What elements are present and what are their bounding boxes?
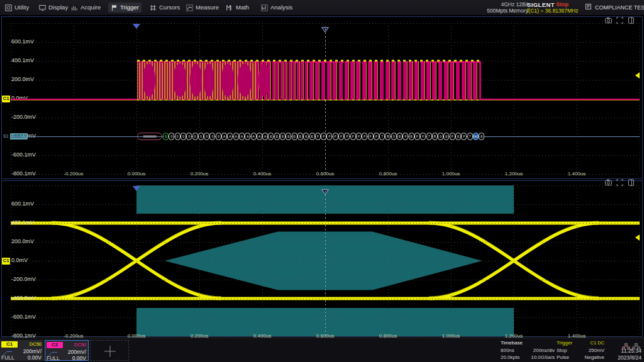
voltage-axis-label: -400.0mV (11, 295, 36, 301)
trigger-position-marker[interactable] (133, 186, 140, 191)
trigger-type: Pulse (557, 354, 569, 361)
trigger-state: Stop (557, 348, 567, 354)
clock-group: 11:25:34 2023/8/24 (605, 340, 643, 361)
oscilloscope-screen: UtilityDisplayAcquireTriggerCursorsMeasu… (0, 0, 644, 362)
clock-date: 2023/8/24 (618, 354, 641, 361)
clock-time: 11:25:34 (621, 348, 641, 354)
timebase-header: Timebase (501, 340, 523, 346)
channel-offset: 0.00V (72, 355, 86, 361)
trigger-level: 250mV (589, 348, 604, 354)
channel-coupling: DC50 (74, 342, 86, 348)
channel-box-c1[interactable]: C1DC50200mV/FULL0.00V (0, 340, 43, 361)
channel-scale: 200mV/ (68, 349, 86, 355)
channel-name-badge: C2 (47, 342, 63, 348)
window-icon[interactable] (628, 179, 635, 186)
channel-row-middle: 200mV/ (47, 349, 86, 355)
voltage-axis-label: 0.0mV (11, 257, 28, 263)
voltage-axis-label: -600.1mV (11, 314, 36, 320)
channel-row-top: C1DC50 (1, 341, 42, 348)
trigger-source: C1 DC (590, 340, 604, 346)
channel-bandwidth: FULL (1, 354, 14, 361)
voltage-axis-label: -200.0mV (11, 276, 36, 282)
channel-row-bottom: FULL0.00V (1, 354, 42, 361)
eye-diagram-graphics (0, 0, 644, 362)
timebase-points: 20.0kpts (501, 354, 519, 361)
eye-diagram-plot-layer: 600.1mV400.1mV200.0mV0.0mV-200.0mV-400.0… (0, 0, 644, 362)
grid-line-vertical (640, 185, 640, 336)
channel-row-top: C2DC50 (47, 342, 86, 348)
voltage-axis-label: 200.0mV (11, 238, 34, 244)
channel-1-offset-badge[interactable]: C1 (2, 258, 10, 265)
expand-icon[interactable] (616, 179, 623, 186)
status-bar: C1DC50200mV/FULL0.00VC2DC50200mV/FULL0.0… (0, 337, 644, 362)
timebase-scale: 200ns/div (533, 348, 555, 354)
timebase-group[interactable]: Timebase 600ns 200ns/div 20.0kpts 10.0GS… (501, 340, 555, 361)
channel-coupling: DC50 (30, 341, 42, 348)
channel-bandwidth: FULL (47, 355, 60, 361)
panel-tools (605, 179, 635, 186)
channel-box-c2[interactable]: C2DC50200mV/FULL0.00V (45, 340, 89, 361)
timebase-delay: 600ns (501, 348, 514, 354)
add-channel-button[interactable] (90, 340, 129, 361)
channel-offset: 0.00V (28, 354, 42, 361)
trigger-header: Trigger (557, 340, 572, 346)
timebase-samplerate: 10.0GSa/s (531, 354, 555, 361)
voltage-axis-label: 600.1mV (11, 200, 34, 207)
channel-scale: 200mV/ (23, 348, 42, 354)
trigger-level-marker[interactable] (635, 234, 640, 241)
voltage-axis-label: 400.1mV (11, 219, 34, 226)
channel-row-middle: 200mV/ (1, 348, 42, 354)
lan-icon[interactable] (622, 341, 630, 347)
lan-icon[interactable] (632, 341, 640, 347)
channel-row-bottom: FULL0.00V (47, 355, 86, 361)
camera-icon[interactable] (605, 179, 612, 186)
delay-reference-line (325, 191, 326, 336)
trigger-slope: Negative (584, 354, 604, 361)
trigger-group[interactable]: Trigger C1 DC Stop 250mV Pulse Negative (557, 340, 604, 361)
channel-name-badge: C1 (1, 341, 18, 348)
